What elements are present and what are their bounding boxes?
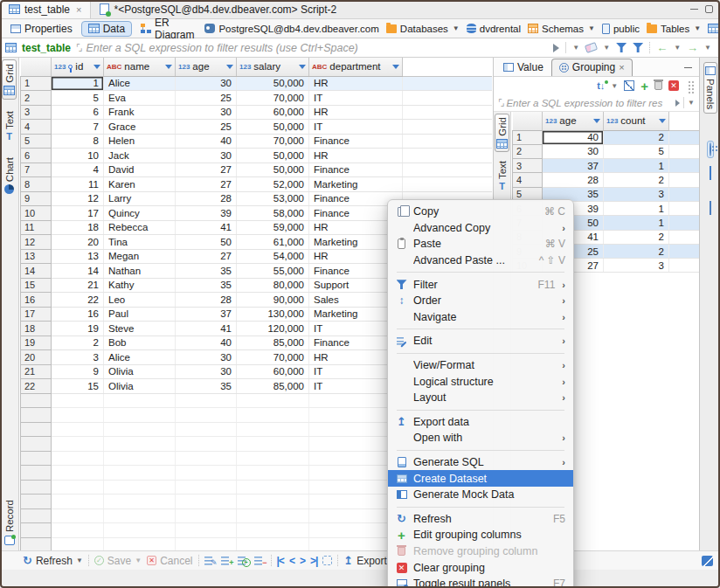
cell[interactable]: 41 [176,322,237,336]
breadcrumb-item[interactable]: public [600,24,641,34]
row-header[interactable] [21,537,52,550]
column-menu-icon[interactable] [165,65,172,69]
column-menu-icon[interactable] [659,119,666,123]
cell[interactable]: Olivia [104,364,176,379]
cell[interactable]: Paul [104,307,176,322]
column-header-salary[interactable]: 123salary [237,58,309,76]
duplicate-row-icon[interactable] [238,556,249,565]
menu-item-navigate[interactable]: Navigate› [388,309,573,326]
cell[interactable]: Finance [309,134,403,149]
column-menu-icon[interactable] [226,65,233,69]
menu-item-export-data[interactable]: ↥Export data [388,414,573,431]
cell[interactable]: 1 [604,201,669,215]
row-header[interactable]: 18 [21,322,52,336]
row-header[interactable]: 12 [21,235,52,250]
cell[interactable]: Nathan [104,264,176,279]
row-header[interactable]: 3 [513,159,543,173]
breadcrumb-item[interactable]: test_table [706,24,720,34]
cell[interactable]: 70,000 [237,91,309,106]
column-menu-icon[interactable] [593,119,600,123]
maximize-icon[interactable] [705,5,713,13]
menu-item-advanced-copy[interactable]: Advanced Copy› [388,220,573,237]
filter-history-chevron-icon[interactable]: ▼ [572,44,579,52]
cell[interactable]: 120,000 [237,322,309,336]
cell[interactable]: 39 [176,206,237,221]
history-forward-icon[interactable]: → [687,42,698,53]
cell[interactable]: 3 [604,259,669,273]
cell[interactable]: 21 [52,278,104,293]
cell[interactable]: 9 [52,364,104,379]
menu-item-open-with[interactable]: Open with› [388,430,573,446]
column-header-age[interactable]: 123age [543,112,604,130]
last-row-icon[interactable]: >| [310,555,317,567]
cell[interactable]: Helen [104,134,176,149]
cell[interactable]: IT [309,120,403,135]
row-header[interactable]: 10 [21,206,52,221]
cell[interactable]: Marketing [309,177,403,192]
cell[interactable]: Olivia [104,379,176,394]
cell[interactable]: 40 [543,130,604,144]
cell[interactable]: 14 [52,264,104,279]
chevron-down-icon[interactable]: ▼ [603,44,610,52]
close-icon[interactable]: × [76,4,81,15]
chart-panel-icon[interactable] [707,188,714,193]
menu-item-edit-grouping-columns[interactable]: +Edit grouping columns [388,527,573,543]
editor-tab-test-table[interactable]: test_table × [0,0,91,18]
cell[interactable]: 30 [176,350,237,365]
menu-item-edit[interactable]: Edit› [388,333,573,349]
cell[interactable]: 80,000 [237,278,309,293]
breadcrumb-item[interactable]: dvdrental [465,24,523,34]
cell[interactable]: 130,000 [237,307,309,322]
grouping-filter-input[interactable] [506,98,672,108]
cell[interactable]: Larry [104,191,176,206]
cell[interactable]: 2 [604,130,669,144]
cell[interactable]: 52,000 [237,177,309,192]
row-header[interactable]: 1 [21,76,52,91]
cell[interactable]: 55,000 [237,264,309,279]
menu-item-create-dataset[interactable]: Create Dataset [388,470,573,487]
cell[interactable]: 70,000 [237,350,309,365]
history-back-icon[interactable]: ← [656,42,668,53]
cell[interactable]: Quincy [104,206,176,221]
cell[interactable]: Alice [104,76,176,91]
cell[interactable]: 1 [604,216,669,230]
menu-item-clear-grouping[interactable]: ✕Clear grouping [388,559,573,576]
cell[interactable]: 27 [176,249,237,264]
row-header[interactable] [21,408,52,423]
chevron-down-icon[interactable]: ▼ [688,99,695,107]
row-header[interactable] [21,480,52,495]
menu-item-toggle-result-panels[interactable]: Toggle result panelsF7 [388,576,573,588]
cell[interactable]: Alice [104,350,176,365]
column-menu-icon[interactable] [299,65,306,69]
cell[interactable]: 10 [52,149,104,163]
cell[interactable]: 85,000 [237,379,309,394]
cell[interactable]: 2 [604,230,669,244]
cell[interactable]: 30 [176,364,237,379]
cell[interactable]: 37 [543,159,604,173]
column-menu-icon[interactable] [93,65,100,69]
cell[interactable]: 35 [176,379,237,394]
cell[interactable]: 2 [52,336,104,350]
grouping-tab-text[interactable]: Text T [495,157,509,195]
cell[interactable]: 7 [52,120,104,135]
clear-grouping-icon[interactable]: ✕ [668,80,679,91]
cell[interactable]: 15 [52,379,104,394]
minimize-icon[interactable] [690,9,698,10]
cell[interactable]: 50 [176,235,237,250]
cell[interactable]: 50,000 [237,149,309,163]
menu-item-generate-mock-data[interactable]: Generate Mock Data [388,487,573,503]
row-header[interactable]: 3 [21,105,52,120]
cell[interactable]: IT [309,91,403,106]
cell[interactable]: 90,000 [237,293,309,308]
refresh-button[interactable]: ↻ Refresh ▼ [23,555,83,567]
delete-row-icon[interactable] [254,556,266,565]
cell[interactable]: David [104,163,176,177]
breadcrumb-item[interactable]: PostgreSQL@db4.dev.dbeaver.com [203,24,380,34]
presentation-tab-chart[interactable]: Chart [3,153,17,198]
grouping-panel-icon[interactable] [707,141,714,158]
cell[interactable]: 25 [176,91,237,106]
menu-item-layout[interactable]: Layout› [388,390,573,406]
row-header[interactable]: 14 [21,264,52,279]
cell[interactable]: 1 [52,76,104,91]
row-header[interactable]: 4 [21,120,52,135]
